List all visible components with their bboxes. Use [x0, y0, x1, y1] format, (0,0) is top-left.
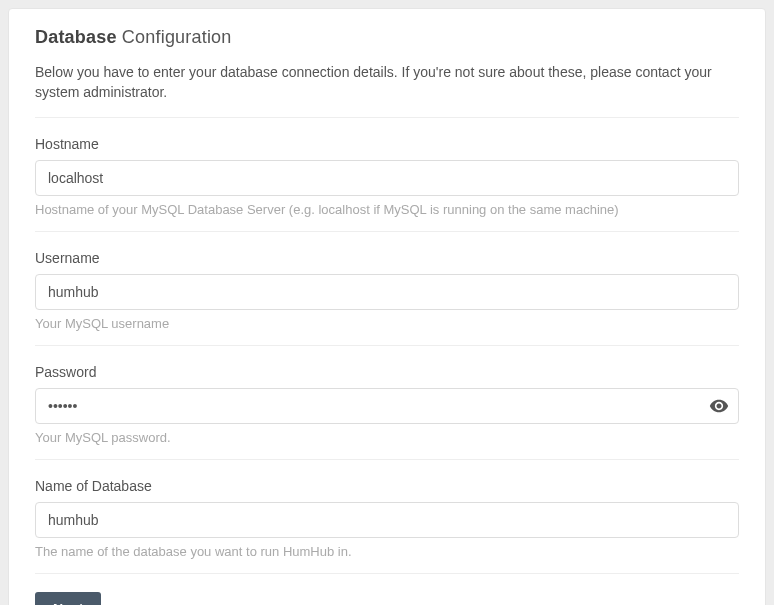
page-title: Database Configuration	[35, 27, 739, 48]
dbname-label: Name of Database	[35, 478, 739, 494]
dbname-hint: The name of the database you want to run…	[35, 544, 739, 559]
next-button[interactable]: Next	[35, 592, 101, 605]
title-strong: Database	[35, 27, 117, 47]
password-label: Password	[35, 364, 739, 380]
actions-row: Next	[35, 573, 739, 605]
hostname-input[interactable]	[35, 160, 739, 196]
database-config-panel: Database Configuration Below you have to…	[8, 8, 766, 605]
username-hint: Your MySQL username	[35, 316, 739, 331]
username-group: Username Your MySQL username	[35, 231, 739, 345]
hostname-group: Hostname Hostname of your MySQL Database…	[35, 117, 739, 231]
dbname-group: Name of Database The name of the databas…	[35, 459, 739, 573]
title-rest: Configuration	[117, 27, 232, 47]
dbname-input[interactable]	[35, 502, 739, 538]
password-group: Password Your MySQL password.	[35, 345, 739, 459]
hostname-hint: Hostname of your MySQL Database Server (…	[35, 202, 739, 217]
hostname-label: Hostname	[35, 136, 739, 152]
intro-text: Below you have to enter your database co…	[35, 62, 739, 103]
username-label: Username	[35, 250, 739, 266]
password-input[interactable]	[35, 388, 739, 424]
eye-icon[interactable]	[709, 396, 729, 416]
password-hint: Your MySQL password.	[35, 430, 739, 445]
username-input[interactable]	[35, 274, 739, 310]
